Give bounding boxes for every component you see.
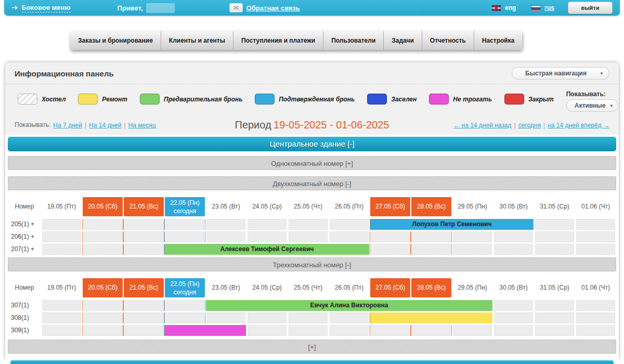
- envelope-icon[interactable]: ✉: [229, 3, 243, 12]
- booking-bar[interactable]: [165, 325, 246, 336]
- nav-tab[interactable]: Отчетность: [422, 31, 474, 50]
- room-label[interactable]: 205(1) +: [8, 219, 41, 230]
- range-link[interactable]: На месяц: [128, 122, 156, 129]
- grid-cell[interactable]: [82, 219, 123, 230]
- grid-cell[interactable]: [411, 231, 452, 242]
- grid-cell[interactable]: [452, 244, 493, 255]
- grid-cell[interactable]: [41, 325, 82, 336]
- feedback-link[interactable]: Обратная связь: [246, 4, 300, 12]
- nav-tab[interactable]: Клиенты и агенты: [161, 31, 233, 50]
- grid-cell[interactable]: [493, 313, 534, 323]
- logout-button[interactable]: выйти: [568, 2, 613, 14]
- grid-cell[interactable]: [329, 219, 370, 230]
- room-label[interactable]: 307(1): [8, 300, 41, 311]
- next-building-bar-partial[interactable]: [10, 360, 614, 364]
- grid-cell[interactable]: [329, 231, 370, 242]
- nav-tab[interactable]: Пользователи: [323, 31, 384, 50]
- booking-bar[interactable]: Евчук Алина Викторовна: [206, 300, 492, 311]
- grid-cell[interactable]: [575, 313, 616, 323]
- nav-tab[interactable]: Настройка: [474, 31, 523, 50]
- grid-cell[interactable]: [534, 325, 575, 336]
- grid-cell[interactable]: [493, 325, 534, 336]
- uk-flag-icon[interactable]: [492, 5, 501, 11]
- grid-cell[interactable]: [288, 219, 329, 230]
- grid-cell[interactable]: [41, 313, 82, 323]
- quick-nav-select[interactable]: Быстрая навигация ▼: [512, 67, 609, 80]
- grid-cell[interactable]: [123, 244, 164, 255]
- booking-bar[interactable]: [370, 313, 492, 323]
- section-bar-one-room[interactable]: Однокомнатный номер [+]: [8, 156, 616, 170]
- grid-cell[interactable]: [288, 231, 329, 242]
- grid-cell[interactable]: [246, 313, 288, 323]
- booking-bar[interactable]: Алексеев Тимофей Сергеевич: [165, 244, 369, 255]
- grid-cell[interactable]: [534, 244, 575, 255]
- grid-cell[interactable]: [411, 325, 452, 336]
- grid-cell[interactable]: [370, 231, 411, 242]
- grid-cell[interactable]: [164, 300, 205, 311]
- grid-cell[interactable]: [82, 231, 123, 242]
- grid-cell[interactable]: [575, 219, 616, 230]
- room-label[interactable]: 308(1): [8, 313, 41, 323]
- range-link[interactable]: На 14 дней: [89, 122, 121, 129]
- ru-flag-icon[interactable]: [531, 5, 540, 11]
- section-bar-three-room[interactable]: Трехкомнатный номер [-]: [8, 257, 616, 271]
- side-menu-link[interactable]: Боковое меню: [22, 4, 71, 12]
- grid-cell[interactable]: [205, 313, 246, 323]
- grid-cell[interactable]: [452, 231, 493, 242]
- grid-cell[interactable]: [493, 244, 534, 255]
- grid-cell[interactable]: [41, 300, 82, 311]
- grid-cell[interactable]: [411, 244, 452, 255]
- grid-cell[interactable]: [493, 231, 534, 242]
- grid-cell[interactable]: [82, 244, 123, 255]
- grid-cell[interactable]: [164, 219, 205, 230]
- grid-cell[interactable]: [164, 231, 205, 242]
- grid-cell[interactable]: [123, 231, 164, 242]
- grid-cell[interactable]: [575, 244, 616, 255]
- building-bar[interactable]: Центральное здание [-]: [8, 137, 616, 151]
- section-bar-two-room[interactable]: Двухкомнатный номер [-]: [8, 176, 616, 190]
- grid-cell[interactable]: [164, 313, 205, 323]
- grid-cell[interactable]: [370, 244, 411, 255]
- grid-cell[interactable]: [288, 325, 329, 336]
- room-label[interactable]: 206(1) +: [8, 231, 41, 242]
- nav-tab[interactable]: Заказы и бронирование: [70, 31, 161, 50]
- today-link[interactable]: сегодня: [518, 122, 541, 129]
- grid-cell[interactable]: [123, 313, 164, 323]
- grid-cell[interactable]: [41, 231, 82, 242]
- nav-forward-link[interactable]: на 14 дней вперёд →: [548, 122, 609, 129]
- grid-cell[interactable]: [205, 219, 246, 230]
- grid-cell[interactable]: [246, 325, 288, 336]
- grid-cell[interactable]: [452, 325, 493, 336]
- grid-cell[interactable]: [370, 325, 411, 336]
- grid-cell[interactable]: [575, 231, 616, 242]
- grid-cell[interactable]: [329, 325, 370, 336]
- grid-cell[interactable]: [575, 300, 616, 311]
- grid-cell[interactable]: [246, 219, 288, 230]
- nav-back-link[interactable]: ← на 14 дней назад: [453, 122, 511, 129]
- nav-tab[interactable]: Поступления и платежи: [233, 31, 323, 50]
- booking-bar[interactable]: Лопухов Петр Семенович: [370, 219, 534, 230]
- lang-eng-link[interactable]: eng: [505, 4, 516, 11]
- grid-cell[interactable]: [205, 231, 246, 242]
- grid-cell[interactable]: [329, 313, 370, 323]
- room-label[interactable]: 207(1) +: [8, 244, 41, 255]
- grid-cell[interactable]: [288, 313, 329, 323]
- grid-cell[interactable]: [534, 313, 575, 323]
- lang-rus-link[interactable]: rus: [544, 4, 554, 11]
- grid-cell[interactable]: [82, 325, 123, 336]
- grid-cell[interactable]: [82, 313, 123, 323]
- grid-cell[interactable]: [575, 325, 616, 336]
- grid-cell[interactable]: [123, 219, 164, 230]
- grid-cell[interactable]: [123, 325, 164, 336]
- grid-cell[interactable]: [246, 231, 288, 242]
- grid-cell[interactable]: [82, 300, 123, 311]
- grid-cell[interactable]: [534, 231, 575, 242]
- room-label[interactable]: 309(1): [8, 325, 41, 336]
- grid-cell[interactable]: [534, 300, 575, 311]
- nav-tab[interactable]: Задачи: [384, 31, 422, 50]
- section-bar-expand[interactable]: [+]: [8, 340, 616, 354]
- grid-cell[interactable]: [41, 244, 82, 255]
- range-link[interactable]: На 7 дней: [53, 122, 82, 129]
- show-filter-select[interactable]: Активные ▼: [566, 99, 618, 112]
- grid-cell[interactable]: [534, 219, 575, 230]
